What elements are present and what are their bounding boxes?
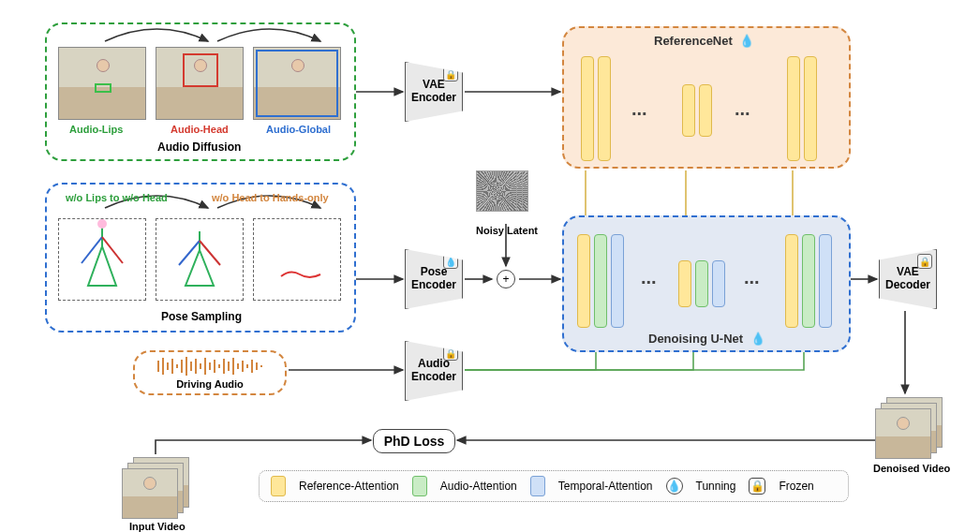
svg-point-0	[97, 219, 107, 229]
tuning-icon: 💧	[666, 478, 683, 495]
waveform-icon	[149, 356, 271, 377]
label-audio-diffusion: Audio Diffusion	[157, 140, 241, 154]
pose-sampling-panel: w/o Lips to w/o Head w/o Head to Hands-o…	[45, 183, 356, 332]
label-audio-lips: Audio-Lips	[69, 124, 123, 135]
label-driving-audio: Driving Audio	[176, 378, 244, 390]
audio-head-thumb	[156, 47, 244, 120]
tuning-icon: 💧	[750, 332, 765, 346]
frozen-icon: 🔒	[917, 254, 932, 269]
label-audio-head: Audio-Head	[171, 124, 229, 135]
label-referencenet: ReferenceNet	[654, 34, 733, 48]
frozen-icon: 🔒	[443, 66, 458, 81]
label-input-video: Input Video	[129, 521, 186, 532]
referencenet-panel: ReferenceNet 💧 ··· ···	[562, 26, 851, 169]
legend-frozen: Frozen	[779, 480, 813, 493]
label-pose-right: w/o Head to Hands-only	[212, 192, 329, 203]
legend: Reference-Attention Audio-Attention Temp…	[259, 470, 849, 502]
label-pose-sampling: Pose Sampling	[161, 310, 242, 323]
legend-audio: Audio-Attention	[440, 480, 517, 493]
tuning-icon: 💧	[443, 254, 458, 269]
legend-temporal: Temporal-Attention	[558, 480, 653, 493]
audio-global-thumb	[253, 47, 341, 120]
label-denoised-video: Denoised Video	[873, 463, 950, 474]
frozen-icon: 🔒	[749, 478, 765, 495]
input-video-stack	[122, 457, 193, 523]
legend-swatch-audio	[412, 476, 427, 496]
legend-swatch-temporal	[530, 476, 545, 496]
legend-swatch-ref	[271, 476, 286, 496]
label-pose-left: w/o Lips to w/o Head	[66, 192, 168, 203]
tuning-icon: 💧	[739, 34, 754, 48]
audio-encoder: Audio Encoder 🔒	[405, 341, 463, 401]
legend-ref: Reference-Attention	[299, 480, 399, 493]
label-denoising-unet: Denoising U-Net	[648, 332, 743, 346]
legend-tuning: Tunning	[696, 480, 736, 493]
frozen-icon: 🔒	[443, 346, 458, 361]
audio-diffusion-panel: Audio-Lips Audio-Head Audio-Global Audio…	[45, 22, 356, 161]
pose-encoder: Pose Encoder 💧	[405, 249, 463, 309]
driving-audio-panel: Driving Audio	[133, 350, 287, 395]
label-noisy-latent: Noisy Latent	[476, 225, 538, 236]
denoising-unet-panel: ··· ··· Denoising U-Net 💧	[562, 215, 851, 352]
audio-lips-thumb	[58, 47, 146, 120]
vae-decoder: VAE Decoder 🔒	[879, 249, 937, 309]
vae-encoder: VAE Encoder 🔒	[405, 62, 463, 122]
phd-loss: PhD Loss	[373, 429, 455, 453]
label-audio-global: Audio-Global	[266, 124, 331, 135]
plus-icon: +	[497, 270, 515, 288]
denoised-video-stack	[875, 397, 946, 463]
